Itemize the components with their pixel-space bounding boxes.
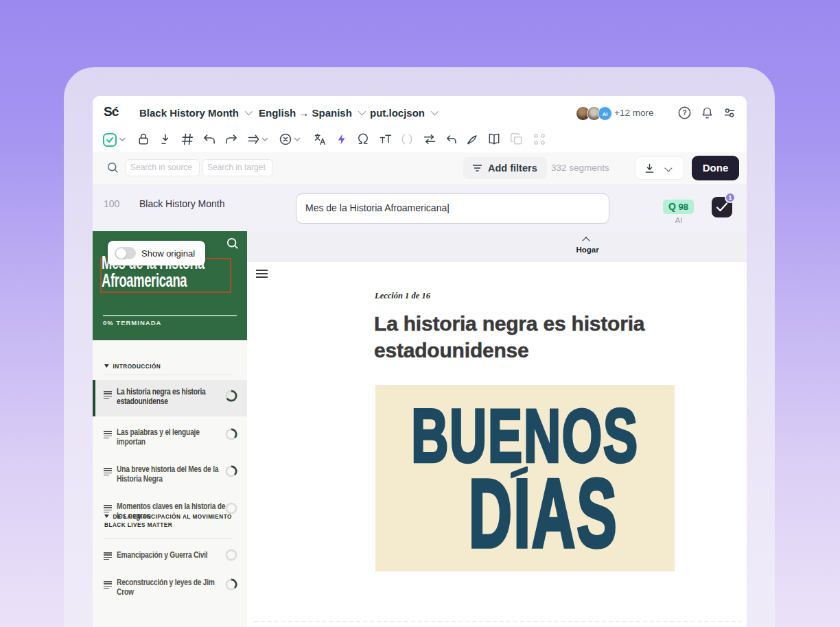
- svg-text:?: ?: [682, 109, 686, 117]
